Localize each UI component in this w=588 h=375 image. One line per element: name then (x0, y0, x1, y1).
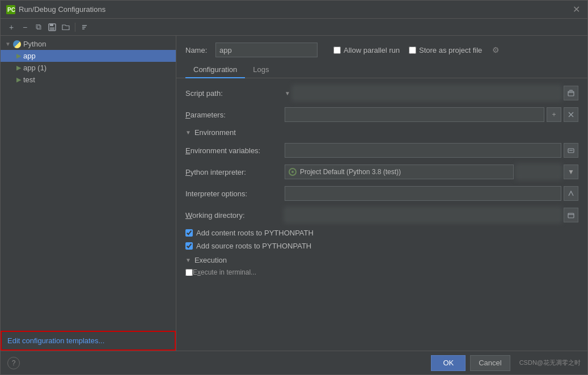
execution-collapse-icon[interactable]: ▼ (185, 257, 191, 263)
environment-collapse-icon[interactable]: ▼ (185, 129, 191, 136)
run-icon-app-1: ▶ (16, 64, 21, 71)
script-path-dropdown[interactable]: ▼ (285, 90, 290, 96)
env-variables-input[interactable] (285, 143, 561, 158)
copy-config-button[interactable]: ⧉ (32, 21, 45, 33)
cancel-button[interactable]: Cancel (470, 355, 510, 371)
run-icon-test: ▶ (16, 76, 21, 83)
name-label: Name: (185, 46, 211, 54)
script-path-browse-button[interactable] (564, 86, 578, 100)
allow-parallel-label: Allow parallel run (344, 46, 400, 54)
interpreter-status-icon (289, 168, 297, 176)
interpreter-options-label: Interpreter options: (185, 189, 285, 198)
env-variables-edit-button[interactable] (564, 143, 578, 158)
add-source-roots-row: Add source roots to PYTHONPATH (185, 242, 578, 250)
execution-checkbox[interactable] (185, 269, 193, 276)
dialog-title: Run/Debug Configurations (19, 5, 105, 14)
name-input[interactable] (215, 43, 318, 57)
folder-config-button[interactable] (60, 21, 72, 33)
interpreter-options-row: Interpreter options: (185, 186, 578, 201)
sidebar-item-test-label: test (23, 75, 35, 84)
add-source-roots-checkbox[interactable] (185, 242, 193, 250)
right-panel: Name: Allow parallel run Store as projec… (176, 36, 587, 351)
ok-button[interactable]: OK (431, 355, 466, 371)
parameters-input[interactable] (285, 107, 544, 122)
environment-section-label: Environment (194, 128, 236, 137)
allow-parallel-group[interactable]: Allow parallel run (333, 46, 400, 54)
tabs: Configuration Logs (176, 62, 587, 78)
parameters-wrapper: + (285, 107, 578, 122)
working-directory-wrapper (285, 208, 578, 222)
parameters-label: Parameters: (185, 111, 285, 119)
execution-label: Execute in terminal... (193, 268, 256, 276)
run-icon-app: ▶ (16, 52, 21, 60)
run-debug-dialog: PC Run/Debug Configurations ✕ + − ⧉ (0, 0, 588, 375)
execution-content-partial: Execute in terminal... (185, 264, 578, 276)
store-as-project-label: Store as project file (419, 46, 482, 54)
watermark: CSDN@花无凋零之时 (519, 359, 581, 367)
tab-configuration[interactable]: Configuration (185, 62, 245, 78)
python-group-icon (13, 40, 21, 48)
script-path-label: Script path: (185, 89, 285, 98)
python-group[interactable]: ▼ Python (1, 38, 176, 50)
env-variables-wrapper (285, 143, 578, 158)
interpreter-options-wrapper (285, 186, 578, 201)
interpreter-options-input[interactable] (285, 186, 561, 201)
working-directory-label: Working directory: (185, 211, 285, 220)
interpreter-value: Project Default (Python 3.8 (test)) (300, 168, 401, 176)
svg-rect-3 (50, 24, 53, 26)
main-content: ▼ Python ▶ app ▶ app (1) ▶ test (1, 36, 587, 351)
add-content-roots-checkbox[interactable] (185, 229, 193, 237)
sidebar-item-app-1[interactable]: ▶ app (1) (1, 62, 176, 74)
interpreter-options-expand-button[interactable] (564, 186, 578, 201)
toolbar-separator (75, 23, 75, 32)
execution-section-label: Execution (194, 256, 227, 264)
python-interpreter-display[interactable]: Project Default (Python 3.8 (test)) (285, 165, 514, 179)
python-interpreter-label: Python interpreter: (185, 168, 285, 176)
svg-rect-4 (50, 27, 54, 30)
env-variables-label: Environment variables: (185, 146, 285, 155)
bottom-right: OK Cancel CSDN@花无凋零之时 (431, 355, 581, 371)
add-config-button[interactable]: + (5, 21, 18, 33)
script-path-row: Script path: ▼ (185, 85, 578, 101)
sidebar-item-test[interactable]: ▶ test (1, 74, 176, 86)
help-button[interactable]: ? (7, 357, 20, 369)
sidebar-item-app[interactable]: ▶ app (1, 50, 176, 62)
add-content-roots-row: Add content roots to PYTHONPATH (185, 229, 578, 237)
interpreter-dropdown-button[interactable]: ▼ (564, 165, 578, 179)
svg-rect-8 (568, 91, 574, 96)
gear-icon[interactable]: ⚙ (492, 45, 500, 54)
execution-row: Execute in terminal... (185, 264, 578, 276)
allow-parallel-checkbox[interactable] (333, 47, 341, 54)
working-directory-browse-button[interactable] (564, 208, 578, 222)
store-as-project-group[interactable]: Store as project file (409, 46, 482, 54)
header-options: Allow parallel run Store as project file… (333, 45, 500, 54)
sort-config-button[interactable] (78, 21, 91, 33)
python-interpreter-wrapper: Project Default (Python 3.8 (test)) ▼ (285, 165, 578, 179)
sidebar-item-app-1-label: app (1) (23, 64, 46, 72)
svg-rect-11 (568, 213, 574, 218)
parameters-add-button[interactable]: + (547, 107, 561, 122)
tab-logs[interactable]: Logs (245, 62, 277, 78)
name-row: Name: Allow parallel run Store as projec… (176, 36, 587, 62)
sidebar: ▼ Python ▶ app ▶ app (1) ▶ test (1, 36, 176, 351)
env-variables-row: Environment variables: (185, 142, 578, 158)
close-button[interactable]: ✕ (570, 4, 582, 15)
python-interpreter-row: Python interpreter: Project Default (Pyt… (185, 164, 578, 180)
save-config-button[interactable] (46, 21, 58, 33)
script-path-wrapper: ▼ (285, 86, 578, 100)
store-as-project-checkbox[interactable] (409, 47, 416, 54)
edit-templates-link[interactable]: Edit configuration templates... (2, 332, 175, 349)
add-source-roots-label: Add source roots to PYTHONPATH (196, 242, 311, 250)
toolbar: + − ⧉ (1, 19, 587, 36)
parameters-row: Parameters: + (185, 107, 578, 123)
environment-section-header: ▼ Environment (185, 128, 578, 137)
script-path-input[interactable] (293, 86, 561, 100)
working-directory-input[interactable] (285, 208, 561, 222)
add-content-roots-label: Add content roots to PYTHONPATH (196, 229, 314, 237)
remove-config-button[interactable]: − (19, 21, 31, 33)
sidebar-item-app-label: app (23, 52, 36, 60)
dropdown-arrow-icon: ▼ (285, 90, 290, 96)
parameters-expand-button[interactable] (564, 107, 578, 122)
python-group-chevron: ▼ (5, 41, 11, 47)
working-directory-row: Working directory: (185, 207, 578, 223)
